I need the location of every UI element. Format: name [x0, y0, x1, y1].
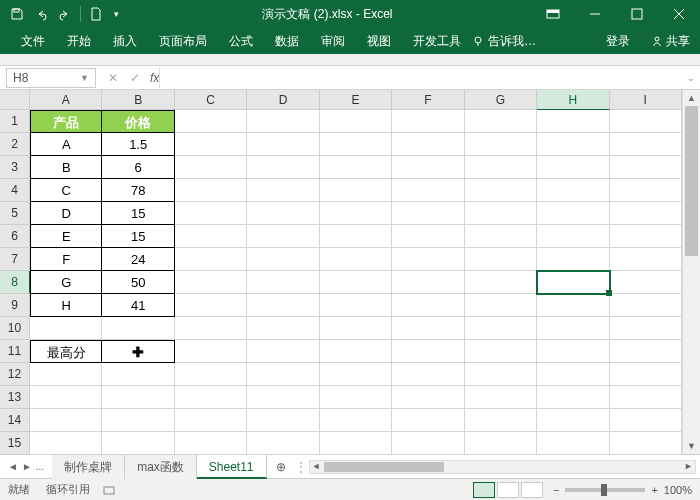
- cell-H10[interactable]: [537, 317, 609, 340]
- cell-E8[interactable]: [320, 271, 392, 294]
- zoom-slider[interactable]: [565, 488, 645, 492]
- cell-D7[interactable]: [247, 248, 319, 271]
- cell-E5[interactable]: [320, 202, 392, 225]
- row-header-9[interactable]: 9: [0, 294, 30, 317]
- tab-page-layout[interactable]: 页面布局: [148, 28, 218, 54]
- column-header-F[interactable]: F: [392, 90, 464, 110]
- cell-F10[interactable]: [392, 317, 464, 340]
- sheet-next-icon[interactable]: ►: [22, 461, 32, 472]
- tab-formulas[interactable]: 公式: [218, 28, 264, 54]
- vertical-scrollbar[interactable]: ▲ ▼: [682, 90, 700, 454]
- cell-G13[interactable]: [465, 386, 537, 409]
- name-box[interactable]: H8 ▼: [6, 68, 96, 88]
- cell-I15[interactable]: [610, 432, 682, 455]
- cell-F12[interactable]: [392, 363, 464, 386]
- cell-D5[interactable]: [247, 202, 319, 225]
- expand-formula-bar-icon[interactable]: ⌄: [682, 73, 700, 83]
- row-header-15[interactable]: 15: [0, 432, 30, 455]
- cell-C3[interactable]: [175, 156, 247, 179]
- column-header-H[interactable]: H: [537, 90, 609, 110]
- column-header-A[interactable]: A: [30, 90, 102, 110]
- tab-review[interactable]: 审阅: [310, 28, 356, 54]
- tab-developer[interactable]: 开发工具: [402, 28, 472, 54]
- formula-input[interactable]: [159, 68, 682, 88]
- cell-C1[interactable]: [175, 110, 247, 133]
- cell-C12[interactable]: [175, 363, 247, 386]
- row-header-13[interactable]: 13: [0, 386, 30, 409]
- cell-E9[interactable]: [320, 294, 392, 317]
- row-header-3[interactable]: 3: [0, 156, 30, 179]
- cell-E7[interactable]: [320, 248, 392, 271]
- tab-file[interactable]: 文件: [10, 28, 56, 54]
- tab-home[interactable]: 开始: [56, 28, 102, 54]
- cell-A9[interactable]: H: [30, 294, 102, 317]
- cell-D9[interactable]: [247, 294, 319, 317]
- cell-G12[interactable]: [465, 363, 537, 386]
- new-document-icon[interactable]: [85, 3, 107, 25]
- cell-I4[interactable]: [610, 179, 682, 202]
- cell-B12[interactable]: [102, 363, 174, 386]
- cell-G4[interactable]: [465, 179, 537, 202]
- cell-E2[interactable]: [320, 133, 392, 156]
- column-header-E[interactable]: E: [320, 90, 392, 110]
- cell-H1[interactable]: [537, 110, 609, 133]
- cell-A1[interactable]: 产品: [30, 110, 102, 133]
- chevron-down-icon[interactable]: ▼: [80, 73, 89, 83]
- cell-B7[interactable]: 24: [102, 248, 174, 271]
- cell-E12[interactable]: [320, 363, 392, 386]
- zoom-in-button[interactable]: +: [651, 484, 657, 496]
- cell-F1[interactable]: [392, 110, 464, 133]
- cell-A8[interactable]: G: [30, 271, 102, 294]
- cell-B4[interactable]: 78: [102, 179, 174, 202]
- cell-F8[interactable]: [392, 271, 464, 294]
- view-normal-button[interactable]: [473, 482, 495, 498]
- cell-G1[interactable]: [465, 110, 537, 133]
- cell-I2[interactable]: [610, 133, 682, 156]
- cell-E1[interactable]: [320, 110, 392, 133]
- cell-H2[interactable]: [537, 133, 609, 156]
- cell-H15[interactable]: [537, 432, 609, 455]
- cell-F9[interactable]: [392, 294, 464, 317]
- cell-H3[interactable]: [537, 156, 609, 179]
- tab-view[interactable]: 视图: [356, 28, 402, 54]
- cell-H9[interactable]: [537, 294, 609, 317]
- cell-D6[interactable]: [247, 225, 319, 248]
- cell-C7[interactable]: [175, 248, 247, 271]
- cell-H13[interactable]: [537, 386, 609, 409]
- cell-E6[interactable]: [320, 225, 392, 248]
- spreadsheet-grid[interactable]: ABCDEFGHI 123456789101112131415 产品价格A1.5…: [0, 90, 700, 454]
- cell-I3[interactable]: [610, 156, 682, 179]
- cell-H4[interactable]: [537, 179, 609, 202]
- cell-C4[interactable]: [175, 179, 247, 202]
- cell-A10[interactable]: [30, 317, 102, 340]
- cell-E15[interactable]: [320, 432, 392, 455]
- cell-B11[interactable]: ✚: [102, 340, 174, 363]
- tab-insert[interactable]: 插入: [102, 28, 148, 54]
- cell-E14[interactable]: [320, 409, 392, 432]
- cell-D4[interactable]: [247, 179, 319, 202]
- cell-D10[interactable]: [247, 317, 319, 340]
- cell-E3[interactable]: [320, 156, 392, 179]
- row-header-7[interactable]: 7: [0, 248, 30, 271]
- cell-D13[interactable]: [247, 386, 319, 409]
- row-header-14[interactable]: 14: [0, 409, 30, 432]
- add-sheet-button[interactable]: ⊕: [267, 455, 295, 479]
- cell-F11[interactable]: [392, 340, 464, 363]
- maximize-button[interactable]: [616, 0, 658, 28]
- cell-D11[interactable]: [247, 340, 319, 363]
- column-header-G[interactable]: G: [465, 90, 537, 110]
- cell-I13[interactable]: [610, 386, 682, 409]
- minimize-button[interactable]: [574, 0, 616, 28]
- cell-D15[interactable]: [247, 432, 319, 455]
- cell-G2[interactable]: [465, 133, 537, 156]
- scroll-up-icon[interactable]: ▲: [683, 90, 700, 106]
- cell-B9[interactable]: 41: [102, 294, 174, 317]
- undo-icon[interactable]: [30, 3, 52, 25]
- cell-G11[interactable]: [465, 340, 537, 363]
- cell-G3[interactable]: [465, 156, 537, 179]
- cell-B10[interactable]: [102, 317, 174, 340]
- column-header-I[interactable]: I: [610, 90, 682, 110]
- cell-C6[interactable]: [175, 225, 247, 248]
- cell-I5[interactable]: [610, 202, 682, 225]
- column-header-D[interactable]: D: [247, 90, 319, 110]
